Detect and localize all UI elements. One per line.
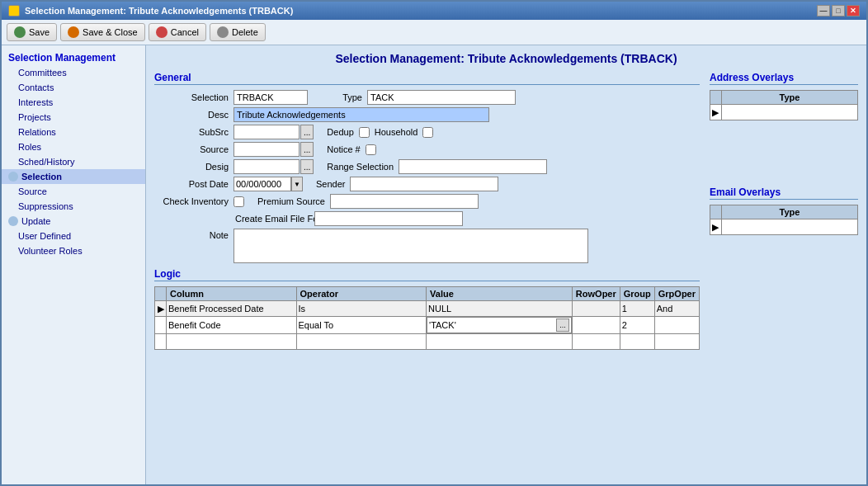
row3-operator-input[interactable]	[299, 335, 425, 348]
minimize-button[interactable]: —	[817, 5, 830, 17]
type-label: Type	[329, 92, 362, 102]
row2-group-input[interactable]	[622, 318, 647, 332]
row2-column-input[interactable]	[168, 318, 295, 332]
row3-group-input[interactable]	[622, 335, 647, 348]
title-controls: — □ ✕	[817, 5, 860, 17]
notice-checkbox[interactable]	[366, 144, 376, 155]
sidebar-item-roles[interactable]: Roles	[2, 139, 145, 154]
email-overlays-title: Email Overlays	[710, 186, 858, 200]
row2-column	[167, 317, 297, 334]
sender-input[interactable]	[350, 177, 498, 191]
sidebar-item-relations[interactable]: Relations	[2, 125, 145, 139]
sidebar-item-source[interactable]: Source	[2, 184, 145, 199]
sidebar-item-user-defined[interactable]: User Defined	[2, 229, 145, 243]
main-window: Selection Management: Tribute Acknowledg…	[0, 0, 868, 486]
row2-browse-btn[interactable]: ...	[556, 318, 569, 332]
address-overlays-title: Address Overlays	[710, 72, 858, 85]
post-date-arrow[interactable]: ▼	[291, 177, 303, 191]
row3-rowoper	[572, 334, 620, 350]
sidebar-item-sched-history[interactable]: Sched/History	[2, 154, 145, 169]
update-bubble-icon	[8, 216, 18, 226]
email-type-cell	[722, 219, 858, 235]
dedup-checkbox[interactable]	[359, 127, 370, 138]
subsrc-input[interactable]	[234, 125, 300, 139]
desig-browse-btn[interactable]: ...	[300, 159, 314, 174]
row1-operator	[296, 301, 427, 317]
save-button[interactable]: Save	[7, 23, 57, 41]
address-overlay-row: ▶	[710, 105, 858, 120]
sidebar-item-contacts[interactable]: Contacts	[2, 80, 145, 95]
row2-value-input[interactable]	[429, 318, 556, 332]
save-icon	[14, 26, 26, 38]
desc-input[interactable]	[234, 107, 489, 122]
row2-grpoper-input[interactable]	[657, 318, 697, 332]
row3-grpoper-input[interactable]	[657, 335, 697, 348]
row3-rowoper-input[interactable]	[574, 335, 599, 348]
premium-source-label: Premium Source	[257, 196, 325, 206]
row1-column-input[interactable]	[168, 302, 295, 315]
row1-value-input[interactable]	[428, 302, 570, 315]
subsrc-label: SubSrc	[154, 127, 229, 137]
row2-operator-input[interactable]	[299, 318, 425, 332]
note-label: Note	[154, 229, 229, 240]
col-group-header: Group	[620, 287, 654, 301]
subsrc-input-group: ...	[234, 125, 314, 139]
check-inventory-checkbox[interactable]	[234, 196, 244, 207]
maximize-button[interactable]: □	[832, 5, 845, 17]
sidebar-item-projects[interactable]: Projects	[2, 110, 145, 125]
desig-input-group: ...	[234, 159, 314, 174]
general-section-title: General	[154, 72, 700, 85]
post-date-input[interactable]	[234, 177, 291, 191]
desig-input[interactable]	[234, 159, 300, 174]
row3-column	[167, 334, 297, 350]
row3-value-input[interactable]	[428, 335, 570, 348]
row1-group-input[interactable]	[622, 302, 647, 315]
row2-rowoper-input[interactable]	[574, 318, 599, 332]
toolbar: Save Save & Close Cancel Delete	[2, 20, 866, 45]
desig-label: Desig	[154, 162, 229, 172]
logic-row-1: ▶	[155, 301, 700, 317]
sidebar-item-selection[interactable]: Selection	[2, 169, 145, 184]
source-input-group: ...	[234, 142, 314, 157]
source-input[interactable]	[234, 142, 300, 157]
address-overlays-section: Address Overlays Type ▶	[710, 72, 858, 120]
row1-grpoper-input[interactable]	[657, 302, 697, 315]
delete-button[interactable]: Delete	[210, 23, 266, 41]
row1-rowoper	[572, 301, 620, 317]
sidebar-item-suppressions[interactable]: Suppressions	[2, 199, 145, 214]
email-type-input[interactable]	[724, 220, 856, 234]
sidebar-item-volunteer-roles[interactable]: Volunteer Roles	[2, 243, 145, 258]
close-button[interactable]: ✕	[847, 5, 860, 17]
desc-label: Desc	[154, 110, 229, 120]
row3-operator	[296, 334, 427, 350]
type-input[interactable]	[367, 90, 516, 105]
subsrc-browse-btn[interactable]: ...	[300, 125, 314, 139]
sidebar-item-interests[interactable]: Interests	[2, 95, 145, 110]
row3-grpoper	[654, 334, 699, 350]
household-checkbox[interactable]	[422, 127, 433, 138]
note-textarea[interactable]	[234, 229, 588, 263]
row1-rowoper-input[interactable]	[574, 302, 599, 315]
range-input[interactable]	[399, 159, 547, 174]
email-overlays-table: Type ▶	[710, 205, 858, 235]
save-close-button[interactable]: Save & Close	[60, 23, 145, 41]
row1-operator-input[interactable]	[299, 302, 425, 315]
create-email-input[interactable]	[314, 211, 463, 226]
right-panel: Address Overlays Type ▶	[710, 72, 858, 350]
col-column-header: Column	[167, 287, 297, 301]
sidebar: Selection Management Committees Contacts…	[2, 45, 146, 484]
row1-column	[167, 301, 297, 317]
premium-source-input[interactable]	[330, 194, 479, 209]
save-close-icon	[68, 26, 79, 38]
sidebar-item-committees[interactable]: Committees	[2, 65, 145, 80]
content-area: Selection Management: Tribute Acknowledg…	[146, 45, 866, 484]
addr-type-cell	[722, 105, 858, 120]
row3-column-input[interactable]	[168, 335, 295, 348]
source-browse-btn[interactable]: ...	[300, 142, 314, 157]
window-title: Selection Management: Tribute Acknowledg…	[25, 6, 293, 16]
addr-type-input[interactable]	[724, 106, 856, 119]
email-overlay-row: ▶	[710, 219, 858, 235]
selection-input[interactable]	[234, 90, 308, 105]
sidebar-item-update[interactable]: Update	[2, 214, 145, 229]
cancel-button[interactable]: Cancel	[149, 23, 206, 41]
